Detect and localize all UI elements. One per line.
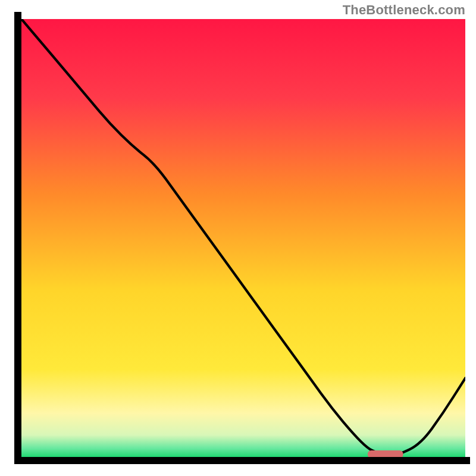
axis-bottom [14, 457, 470, 464]
chart-container: { "attribution": "TheBottleneck.com", "c… [0, 0, 476, 476]
attribution-label: TheBottleneck.com [343, 2, 465, 18]
plot-background [21, 19, 465, 457]
bottleneck-chart [0, 0, 476, 476]
axis-left [14, 12, 21, 464]
